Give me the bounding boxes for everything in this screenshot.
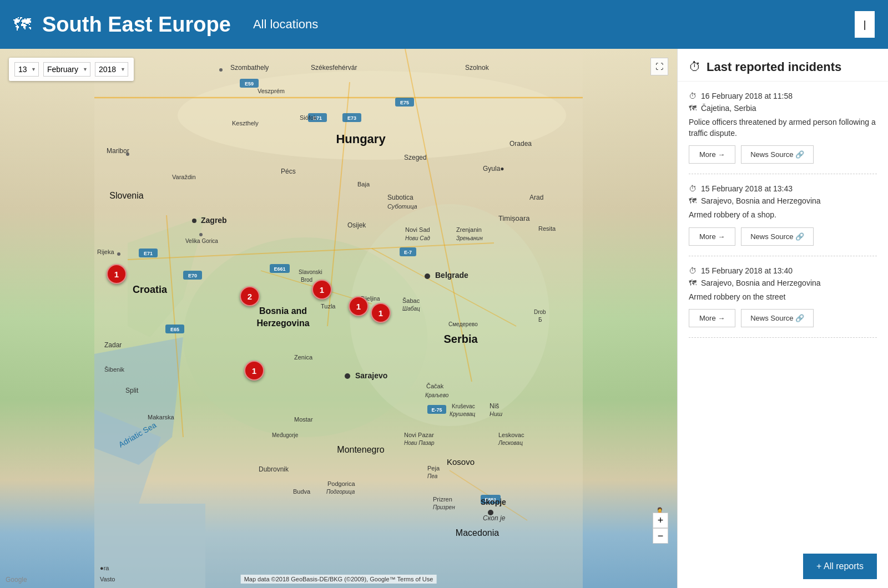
map-marker-5[interactable]: 1	[244, 361, 264, 381]
svg-text:E71: E71	[144, 251, 153, 256]
svg-point-91	[345, 373, 350, 379]
map-expand-button[interactable]: ⛶	[650, 58, 668, 75]
incident-time-text-2: 15 February 2018 at 13:40	[701, 266, 793, 275]
svg-text:Oradea: Oradea	[509, 140, 532, 148]
svg-text:Zrenjanin: Zrenjanin	[456, 226, 482, 233]
more-button-0[interactable]: More →	[689, 145, 735, 164]
svg-text:Tuzla: Tuzla	[321, 303, 336, 310]
source-button-1[interactable]: News Source 🔗	[741, 227, 814, 246]
svg-text:Zenica: Zenica	[294, 354, 313, 361]
svg-text:E75: E75	[400, 100, 409, 105]
svg-text:Drob: Drob	[534, 309, 546, 315]
svg-text:Шабац: Шабац	[402, 306, 420, 312]
incident-item-2: ⏱ 15 February 2018 at 13:40 🗺 Sarajevo, …	[689, 256, 877, 338]
svg-point-77	[117, 252, 120, 256]
all-reports-button[interactable]: + All reports	[803, 554, 877, 579]
more-button-2[interactable]: More →	[689, 309, 735, 327]
svg-text:Sarajevo: Sarajevo	[355, 371, 387, 380]
day-select[interactable]: 13 141516	[14, 62, 39, 77]
year-select[interactable]: 20162017 2018	[95, 62, 128, 77]
map-marker-2[interactable]: 1	[312, 280, 332, 300]
incident-item-1: ⏱ 15 February 2018 at 13:43 🗺 Sarajevo, …	[689, 174, 877, 256]
incident-time-0: ⏱ 16 February 2018 at 11:58	[689, 92, 877, 100]
map-marker-0[interactable]: 1	[107, 264, 127, 284]
sidebar-title: Last reported incidents	[707, 60, 841, 74]
svg-text:Zadar: Zadar	[104, 341, 122, 349]
main-content: E59 E71 E73 E75 E65 E71 E70 E661 E-7 E	[0, 49, 888, 588]
zoom-out-button[interactable]: −	[653, 528, 668, 544]
map-marker-4[interactable]: 1	[371, 303, 391, 323]
incident-list: ⏱ 16 February 2018 at 11:58 🗺 Čajetina, …	[678, 82, 888, 545]
map-marker-1[interactable]: 2	[240, 286, 260, 306]
incident-time-text-1: 15 February 2018 at 13:43	[701, 184, 793, 193]
svg-text:Hungary: Hungary	[336, 132, 386, 146]
more-button-1[interactable]: More →	[689, 227, 735, 246]
svg-text:Szombathely: Szombathely	[230, 64, 269, 72]
zoom-in-button[interactable]: +	[653, 513, 668, 528]
incident-actions-2: More → News Source 🔗	[689, 309, 877, 327]
clock-icon-0: ⏱	[689, 92, 697, 100]
svg-text:Međugorje: Međugorje	[272, 432, 299, 438]
incident-desc-1: Armed robbery of a shop.	[689, 210, 877, 221]
svg-text:Крушевац: Крушевац	[450, 411, 476, 417]
svg-text:Szolnok: Szolnok	[465, 64, 490, 72]
svg-text:Šibenik: Šibenik	[104, 366, 125, 373]
header: 🗺 South East Europe All locations |	[0, 0, 888, 49]
svg-text:Čačak: Čačak	[426, 383, 444, 389]
svg-text:Подгорица: Подгорица	[326, 489, 355, 495]
page-title: South East Europe	[42, 13, 231, 37]
day-select-wrap: 13 141516	[14, 62, 39, 77]
zoom-controls: + −	[653, 513, 668, 544]
incident-item-0: ⏱ 16 February 2018 at 11:58 🗺 Čajetina, …	[689, 82, 877, 174]
sidebar: ⏱ Last reported incidents ⏱ 16 February …	[677, 49, 888, 588]
svg-text:Нови Пазар: Нови Пазар	[404, 440, 435, 446]
svg-text:Keszthely: Keszthely	[232, 120, 259, 126]
location-icon-0: 🗺	[689, 104, 697, 113]
svg-text:E73: E73	[347, 115, 356, 121]
map-attribution: Map data ©2018 GeoBasis-DE/BKG (©2009), …	[241, 575, 437, 584]
svg-text:Prizren: Prizren	[433, 496, 452, 503]
incident-location-text-2: Sarajevo, Bosnia and Herzegovina	[701, 278, 821, 287]
svg-text:Лесковац: Лесковац	[498, 440, 523, 446]
date-controls: 13 141516 January February March 2016201…	[9, 58, 134, 81]
svg-text:Pécs: Pécs	[281, 168, 296, 175]
svg-point-3	[178, 71, 566, 160]
header-expand-button[interactable]: |	[855, 11, 875, 38]
svg-text:Szeged: Szeged	[404, 154, 427, 161]
svg-text:E661: E661	[274, 266, 285, 272]
svg-text:Šabac: Šabac	[402, 297, 420, 304]
incident-location-text-1: Sarajevo, Bosnia and Herzegovina	[701, 196, 821, 205]
svg-text:Призрен: Призрен	[433, 504, 455, 510]
location-icon-2: 🗺	[689, 278, 697, 287]
month-select[interactable]: January February March	[43, 62, 90, 77]
svg-text:Resita: Resita	[538, 225, 556, 232]
map-svg: E59 E71 E73 E75 E65 E71 E70 E661 E-7 E	[0, 49, 677, 588]
map-marker-3[interactable]: 1	[349, 296, 369, 316]
svg-text:Belgrade: Belgrade	[435, 271, 468, 280]
svg-text:Kosovo: Kosovo	[447, 457, 475, 467]
sidebar-header: ⏱ Last reported incidents	[678, 49, 888, 82]
svg-text:Peja: Peja	[427, 465, 440, 472]
svg-text:Б: Б	[538, 317, 542, 323]
source-button-0[interactable]: News Source 🔗	[741, 145, 814, 164]
svg-text:Varaždin: Varaždin	[172, 174, 196, 180]
svg-text:Maribor: Maribor	[107, 147, 129, 155]
expand-icon: |	[864, 19, 866, 31]
svg-text:Зрењанин: Зрењанин	[456, 235, 483, 241]
svg-text:Arad: Arad	[529, 194, 543, 201]
incident-location-2: 🗺 Sarajevo, Bosnia and Herzegovina	[689, 278, 877, 287]
svg-text:Brod: Brod	[301, 277, 312, 283]
svg-text:Skopje: Skopje	[481, 498, 506, 506]
svg-text:Rijeka: Rijeka	[97, 249, 114, 255]
svg-text:Novi Pazar: Novi Pazar	[404, 432, 434, 438]
svg-text:Makarska: Makarska	[148, 414, 175, 420]
svg-point-73	[192, 219, 196, 223]
source-button-2[interactable]: News Source 🔗	[741, 309, 814, 327]
clock-icon-2: ⏱	[689, 266, 697, 275]
svg-text:Podgorica: Podgorica	[327, 480, 355, 487]
svg-text:Kruševac: Kruševac	[452, 403, 475, 409]
svg-text:Montenegro: Montenegro	[337, 445, 384, 454]
svg-text:E-75: E-75	[431, 407, 442, 413]
svg-text:Budva: Budva	[293, 488, 311, 495]
map-container: E59 E71 E73 E75 E65 E71 E70 E661 E-7 E	[0, 49, 677, 588]
